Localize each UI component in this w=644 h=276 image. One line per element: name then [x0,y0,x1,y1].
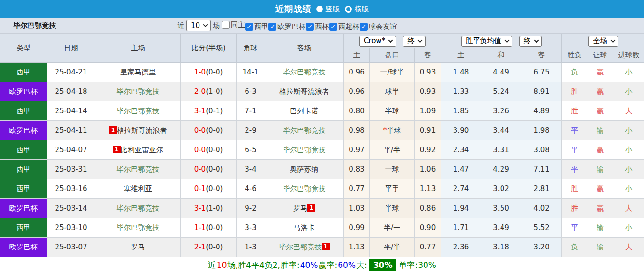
team-cell: 皇家马德里 [95,63,181,82]
handicap-result-cell: 输 [587,218,613,238]
odds-state-value: 终 [407,37,415,46]
goals-result-cell: 大 [613,199,644,218]
col-header-type: 类型 [0,34,47,63]
avg-state-value: 终 [524,37,531,46]
avg-odds-cell: 1.85 [441,101,481,121]
summary-segment: 赢率: [318,260,337,271]
corner-cell: 3-4 [237,160,265,179]
goals-result-cell: 小 [613,160,644,179]
chevron-down-icon [203,22,208,27]
filter-checkbox-西超杯[interactable]: ✓西超杯 [329,22,360,31]
radio-horizontal-label: 横版 [355,5,369,14]
score-cell: 2-0(1-0) [181,82,237,101]
summary-segment: 近 [208,260,216,271]
avg-type-select[interactable]: 胜平负均值 [461,36,512,47]
winloss-result-cell: 平 [562,218,587,238]
summary-footer: 近10场,胜4平4负2, 胜率:40% 赢率:60% 大:30% 单率:30% [0,257,644,273]
odds-cell: 0.93 [415,82,441,101]
winloss-result-cell: 负 [562,238,587,257]
table-row: 西甲25-04-21皇家马德里1-0(0-0)14-1毕尔巴鄂竞技0.96一/球… [0,63,644,82]
filter-checkbox-同主[interactable]: 同主 [222,20,245,29]
team-name: 毕尔巴鄂竞技 [117,204,160,212]
filter-checkbox-欧罗巴杯[interactable]: ✓欧罗巴杯 [268,22,306,31]
odds-cell: 0.91 [415,121,441,140]
handicap-cell: 平/半 [370,238,415,257]
odds-company-select[interactable]: Crow* [359,36,396,47]
goals-result-cell: 小 [613,218,644,238]
sub-header-handicap: 盘口 [370,48,415,63]
red-card-badge: 1 [307,204,315,212]
col-header-home: 主场 [95,34,181,63]
winloss-result-cell: 胜 [562,101,587,121]
corner-cell: 6-5 [237,140,265,160]
competition-type-cell: 西甲 [0,179,47,199]
filter-checkbox-球会友谊[interactable]: ✓球会友谊 [360,22,397,31]
avg-odds-cell: 2.36 [441,238,481,257]
filter-checkbox-西杯[interactable]: ✓西杯 [306,22,329,31]
chevron-down-icon [534,38,539,43]
team-cell: 毕尔巴鄂竞技 [95,82,181,101]
handicap-result-cell: 赢 [587,82,613,101]
halftime-score: (0-0) [206,68,223,76]
date-cell: 25-03-10 [47,218,95,238]
filter-checkbox-西甲[interactable]: ✓西甲 [245,22,268,31]
scope-header-group: 全场 [562,34,644,48]
scope-select[interactable]: 全场 [588,36,618,47]
match-count-select[interactable]: 10 [186,20,211,31]
score-cell: 2-1(0-0) [181,238,237,257]
team-cell: 奥萨苏纳 [265,160,344,179]
score-cell: 0-1(0-0) [181,179,237,199]
avg-odds-cell: 1.94 [441,199,481,218]
checkbox-checked-icon: ✓ [360,23,368,31]
score-cell: 3-1(1-0) [181,199,237,218]
match-count-value: 10 [191,21,200,30]
summary-segment: 10 [217,260,227,270]
sub-header-avg-away: 客 [521,48,562,63]
fulltime-score: 3-1 [194,107,206,115]
odds-cell: 0.77 [344,179,370,199]
halftime-score: (0-0) [206,184,223,193]
odds-cell: 1.13 [415,179,441,199]
team-name: 比利亚雷亚尔 [121,146,163,154]
team-cell: 巴列卡诺 [265,101,344,121]
odds-cell: 0.96 [344,63,370,82]
fulltime-score: 1-0 [194,68,206,76]
radio-vertical-layout[interactable]: 竖版 [316,5,340,14]
goals-result-cell: 小 [613,82,644,101]
competition-type-cell: 西甲 [0,160,47,179]
goals-result-cell: 大 [613,101,644,121]
handicap-cell: 一/球半 [370,63,415,82]
col-header-corner: 角球 [237,34,265,63]
avg-odds-cell: 4.89 [521,101,562,121]
fulltime-score: 2-1 [194,243,206,251]
avg-odds-cell: 1.98 [521,121,562,140]
avg-odds-cell: 1.47 [441,160,481,179]
avg-state-select[interactable]: 终 [519,36,542,47]
checkbox-label: 西甲 [254,22,268,31]
handicap-cell: 球半 [370,82,415,101]
checkbox-checked-icon: ✓ [329,23,337,31]
handicap-result-cell: 输 [587,121,613,140]
team-cell: 毕尔巴鄂竞技 [265,140,344,160]
radio-horizontal-layout[interactable]: 横版 [345,5,369,14]
corner-cell: 4-6 [237,179,265,199]
team-name: 罗马 [293,204,307,212]
sub-header-winloss: 胜负 [562,48,587,63]
team-name: 巴列卡诺 [290,107,319,115]
competition-type-cell: 欧罗巴杯 [0,121,47,140]
red-card-badge: 1 [109,126,117,134]
odds-cell: 0.96 [344,82,370,101]
team-name: 格拉斯哥流浪者 [117,126,167,135]
team-name: 马洛卡 [294,223,315,232]
avg-odds-cell: 5.24 [481,82,521,101]
avg-odds-cell: 7.11 [521,160,562,179]
team-cell: 毕尔巴鄂竞技 [265,179,344,199]
winloss-result-cell: 平 [562,140,587,160]
scope-value: 全场 [593,37,607,46]
odds-state-select[interactable]: 终 [403,36,426,47]
summary-segment: 胜率: [281,260,300,271]
topbar: 近期战绩 竖版 横版 [0,0,644,18]
winloss-result-cell: 胜 [562,179,587,199]
goals-result-cell: 小 [613,140,644,160]
score-cell: 0-0(0-0) [181,140,237,160]
